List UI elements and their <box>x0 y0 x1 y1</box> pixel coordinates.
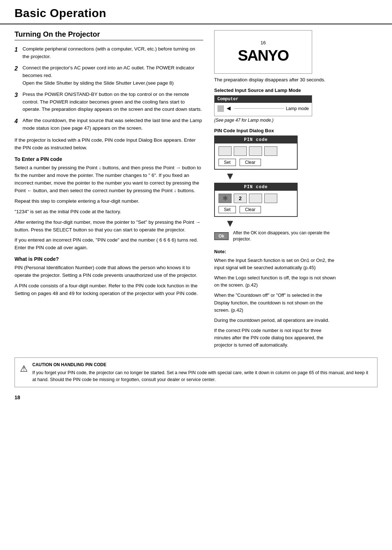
note-title: Note: <box>214 248 338 255</box>
step-num-4: 4 <box>15 117 23 132</box>
enter-pin-body2: Repeat this step to complete entering a … <box>15 198 203 205</box>
pin-slot-1-2 <box>234 146 247 156</box>
pin-slot-1-4 <box>264 146 277 156</box>
note-1: When the Input Search function is set on… <box>214 257 338 271</box>
ok-box: Ok <box>214 232 229 240</box>
section-title: Turning On the Projector <box>15 30 203 40</box>
pin-slot-1-1 <box>219 146 232 156</box>
step-num-1: 1 <box>15 45 23 61</box>
caution-icon: ⚠ <box>20 362 28 375</box>
arrow-left-icon: ◄ <box>225 105 232 112</box>
step-text-1: Complete peripheral connections (with a … <box>23 45 203 61</box>
lamp-line <box>234 108 284 109</box>
note-4: During the countdown period, all operati… <box>214 317 338 324</box>
lamp-icon <box>217 105 224 112</box>
clear-button-1[interactable]: Clear <box>240 159 261 166</box>
lamp-mode-label: Lamp mode <box>286 106 309 111</box>
computer-header: Computer <box>215 96 312 103</box>
step-1: 1 Complete peripheral connections (with … <box>15 45 203 61</box>
step-2: 2 Connect the projector's AC power cord … <box>15 64 203 87</box>
input-source-label: Selected Input Source and Lamp Mode <box>214 88 338 93</box>
pin-intro-text: If the projector is locked with a PIN co… <box>15 137 203 152</box>
sanyo-logo-box: 16 SANYO <box>214 30 312 74</box>
arrow-down-1: ▼ <box>225 171 338 181</box>
sanyo-logo: SANYO <box>238 47 288 64</box>
pin-dialog-1: PIN code Set Clear <box>214 136 298 170</box>
page-title: Basic Operation <box>15 7 377 20</box>
ok-caption: After the OK icon disappears, you can op… <box>233 230 338 242</box>
caution-title: CAUTION ON HANDLING PIN CODE <box>32 361 372 368</box>
step-text-4: After the countdown, the input source th… <box>23 117 203 132</box>
what-is-pin-section: What is PIN code? PIN (Personal Identifi… <box>15 256 203 298</box>
main-content: Turning On the Projector 1 Complete peri… <box>0 30 392 352</box>
set-button-1[interactable]: Set <box>219 159 236 166</box>
enter-pin-body1: Select a number by pressing the Point ↓ … <box>15 164 203 195</box>
pin-slots-2: ✱ 2 <box>219 194 293 203</box>
step-num-2: 2 <box>15 64 23 87</box>
enter-pin-title: To Enter a PIN code <box>15 156 203 162</box>
clear-button-2[interactable]: Clear <box>240 206 261 213</box>
step-text-2: Connect the projector's AC power cord in… <box>23 64 203 87</box>
note-section: Note: When the Input Search function is … <box>214 248 338 349</box>
page-number: 18 <box>0 391 392 404</box>
step-num-3: 3 <box>15 91 23 114</box>
pin-buttons-2: Set Clear <box>219 206 293 213</box>
pin-slots-1 <box>219 146 293 156</box>
set-button-2[interactable]: Set <box>219 206 236 213</box>
sanyo-yo: YO <box>268 47 289 64</box>
page-container: Basic Operation Turning On the Projector… <box>0 0 392 550</box>
step-text-3: Press the POWER ON/STAND-BY button on th… <box>23 91 203 114</box>
ok-row: Ok After the OK icon disappears, you can… <box>214 230 338 242</box>
page-header: Basic Operation <box>0 0 392 24</box>
enter-pin-body4: After entering the four-digit number, mo… <box>15 219 203 234</box>
note-3: When the "Countdown off" or "Off" is sel… <box>214 292 338 314</box>
pin-slot-2-4 <box>264 194 277 203</box>
note-5: If the correct PIN code number is not in… <box>214 327 338 349</box>
what-is-pin-body2: A PIN code consists of a four-digit numb… <box>15 282 203 298</box>
enter-pin-body3: "1234" is set as the initial PIN code at… <box>15 208 203 216</box>
pin-dialog-label: PIN Code Input Dialog Box <box>214 128 338 133</box>
pin-dialog-2: PIN code ✱ 2 Set Clear <box>214 183 298 217</box>
pin-slot-2-1: ✱ <box>219 194 232 203</box>
left-column: Turning On the Projector 1 Complete peri… <box>15 30 203 352</box>
what-is-pin-body1: PIN (Personal Identification Number) cod… <box>15 264 203 279</box>
arrow-down-icon-2: ▼ <box>225 218 235 229</box>
step-3: 3 Press the POWER ON/STAND-BY button on … <box>15 91 203 114</box>
enter-pin-body5: If you entered an incorrect PIN code, "P… <box>15 236 203 252</box>
note-2: When the Logo select function is off, th… <box>214 274 338 289</box>
pin-buttons-1: Set Clear <box>219 159 293 166</box>
pin-dialog-2-header: PIN code <box>215 183 297 191</box>
enter-pin-section: To Enter a PIN code Select a number by p… <box>15 156 203 252</box>
pin-slot-2-2: 2 <box>234 194 247 203</box>
pin-dialog-1-header: PIN code <box>215 136 297 143</box>
caution-text: If you forget your PIN code, the project… <box>32 369 372 383</box>
sanyo-san: SAN <box>238 47 268 64</box>
pin-slot-2-3 <box>249 194 262 203</box>
caution-content: CAUTION ON HANDLING PIN CODE If you forg… <box>32 361 372 383</box>
input-source-box: Computer ◄ Lamp mode <box>214 95 312 116</box>
right-column: 16 SANYO The preparation display disappe… <box>214 30 338 352</box>
pin-dialog-2-body: ✱ 2 Set Clear <box>215 191 297 216</box>
arrow-down-2: ▼ <box>225 218 338 229</box>
step-4: 4 After the countdown, the input source … <box>15 117 203 132</box>
step-list: 1 Complete peripheral connections (with … <box>15 45 203 132</box>
see-page-text: (See page 47 for Lamp mode.) <box>214 118 338 123</box>
prep-caption: The preparation display disappears after… <box>214 77 338 83</box>
pin-slot-1-3 <box>249 146 262 156</box>
arrow-down-icon-1: ▼ <box>225 171 235 181</box>
sanyo-number: 16 <box>261 40 266 45</box>
caution-box: ⚠ CAUTION ON HANDLING PIN CODE If you fo… <box>15 357 377 387</box>
what-is-pin-title: What is PIN code? <box>15 256 203 262</box>
pin-dialog-1-body: Set Clear <box>215 143 297 169</box>
